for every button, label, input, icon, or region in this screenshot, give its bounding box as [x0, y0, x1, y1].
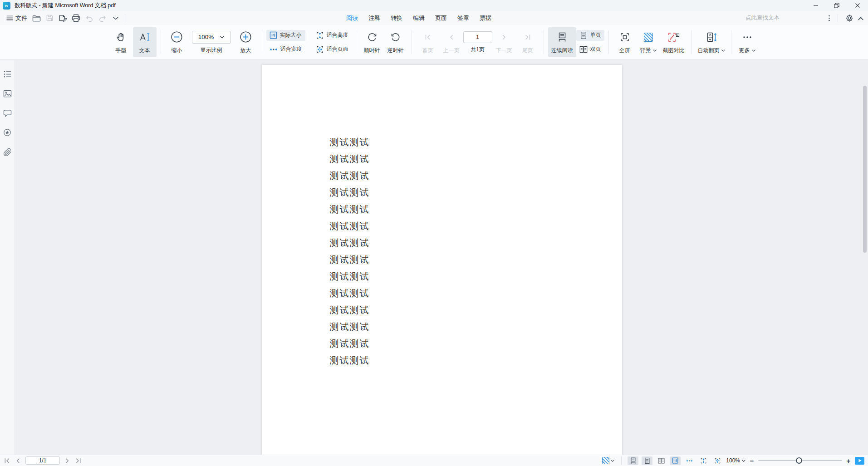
continuous-read-button[interactable]: 连续阅读 [548, 27, 576, 57]
thumbnail-panel-button[interactable] [1, 88, 13, 99]
divider [621, 456, 622, 465]
prev-page-button[interactable]: 上一页 [440, 27, 463, 57]
zoom-out-button[interactable]: − [749, 457, 755, 465]
save-as-button[interactable] [56, 12, 69, 24]
document-text-line: 测试测试 [330, 302, 370, 319]
statusbar-page-input[interactable] [25, 456, 60, 465]
last-page-button[interactable]: 尾页 [516, 27, 539, 57]
auto-scroll-play-button[interactable] [855, 457, 864, 465]
title-bar: ∞ 数科版式 - 新建 Microsoft Word 文档.pdf [0, 0, 868, 11]
minimize-icon [813, 3, 819, 8]
tab-page[interactable]: 页面 [435, 14, 447, 22]
outline-list-icon [3, 70, 12, 78]
rotate-counterclockwise-button[interactable]: 逆时针 [384, 27, 407, 57]
file-menu-button[interactable]: 文件 [4, 12, 30, 24]
minimize-button[interactable] [805, 0, 826, 11]
pdf-page[interactable]: 测试测试测试测试测试测试测试测试测试测试测试测试测试测试测试测试测试测试测试测试… [262, 65, 622, 455]
zoom-out-button[interactable]: 缩小 [165, 27, 189, 57]
zoom-percent-dropdown[interactable]: 100% [726, 457, 745, 464]
actual-size-label: 实际大小 [280, 31, 302, 39]
zoom-ratio-dropdown[interactable]: 100% [192, 31, 231, 44]
fit-width-label: 适合宽度 [280, 45, 302, 53]
open-file-button[interactable] [30, 12, 43, 24]
screenshot-compare-button[interactable]: 截图对比 [660, 27, 687, 57]
collapse-toolbar-icon[interactable] [858, 17, 863, 20]
restore-button[interactable] [826, 0, 847, 11]
stamp-panel-button[interactable] [1, 127, 13, 138]
tab-signature[interactable]: 签章 [457, 14, 469, 22]
continuous-read-button[interactable] [628, 456, 638, 465]
comments-panel-button[interactable] [1, 108, 13, 118]
menu-bar: 文件 阅读 注释 转换 编辑 页面 签章 票据 点此查找文本 [0, 11, 868, 25]
fit-page-button[interactable] [712, 456, 723, 465]
document-viewport[interactable]: 测试测试测试测试测试测试测试测试测试测试测试测试测试测试测试测试测试测试测试测试… [15, 60, 868, 455]
continuous-read-label: 连续阅读 [551, 47, 573, 54]
double-page-button[interactable]: 双页 [576, 44, 604, 55]
zoom-slider-thumb[interactable] [796, 457, 802, 464]
auto-flip-button[interactable]: 自动翻页 [696, 27, 727, 57]
next-page-button[interactable]: 下一页 [492, 27, 516, 57]
outline-panel-button[interactable] [1, 69, 13, 79]
play-icon [858, 458, 862, 463]
single-page-button[interactable]: 单页 [576, 30, 604, 41]
double-page-button[interactable] [656, 456, 667, 465]
single-page-button[interactable] [642, 456, 652, 465]
rotate-clockwise-button[interactable]: 顺时针 [360, 27, 384, 57]
background-button[interactable]: 背景 [637, 27, 660, 57]
fit-page-button[interactable]: 适合页面 [313, 44, 352, 55]
next-page-icon[interactable] [64, 457, 71, 464]
vertical-scrollbar[interactable] [863, 86, 867, 253]
fit-width-button[interactable] [684, 456, 695, 465]
redo-button[interactable] [96, 12, 109, 24]
last-page-icon[interactable] [75, 457, 82, 464]
undo-button[interactable] [83, 12, 96, 24]
document-text-line: 测试测试 [330, 319, 370, 335]
attachments-panel-button[interactable] [1, 147, 13, 157]
image-icon [3, 90, 12, 98]
actual-size-button[interactable]: 实际大小 [266, 30, 305, 41]
search-text-field[interactable]: 点此查找文本 [745, 14, 780, 22]
more-button[interactable]: 更多 [736, 27, 759, 57]
hand-tool-button[interactable]: 手型 [109, 27, 133, 57]
close-button[interactable] [847, 0, 868, 11]
print-icon [72, 14, 80, 22]
tab-read[interactable]: 阅读 [346, 14, 358, 22]
prev-page-icon [448, 34, 455, 41]
more-options-icon[interactable] [828, 15, 830, 22]
hand-tool-label: 手型 [116, 47, 127, 54]
redo-icon [98, 15, 107, 22]
zoom-out-icon [170, 30, 183, 44]
zoom-in-button[interactable]: 放大 [234, 27, 258, 57]
actual-size-button[interactable] [670, 456, 681, 465]
gear-icon[interactable] [845, 14, 853, 22]
fit-height-button[interactable] [698, 456, 709, 465]
rotate-clockwise-icon [367, 32, 378, 43]
zoom-percent-value: 100% [726, 457, 740, 464]
background-swatch-icon [602, 457, 609, 464]
zoom-in-button[interactable]: + [845, 457, 852, 465]
page-number-input[interactable] [463, 31, 492, 43]
save-button[interactable] [43, 12, 56, 24]
zoom-slider[interactable] [758, 457, 842, 464]
fit-width-icon [686, 457, 693, 464]
single-page-icon [644, 457, 651, 464]
tab-receipt[interactable]: 票据 [480, 14, 491, 22]
background-button[interactable] [601, 456, 615, 465]
document-text-line: 测试测试 [330, 268, 370, 285]
prev-page-icon[interactable] [15, 457, 21, 464]
first-page-icon[interactable] [4, 457, 10, 464]
text-select-button[interactable]: 文本 [133, 27, 157, 57]
first-page-button[interactable]: 首页 [416, 27, 440, 57]
tab-edit[interactable]: 编辑 [413, 14, 425, 22]
last-page-label: 尾页 [522, 47, 533, 54]
tab-convert[interactable]: 转换 [391, 14, 402, 22]
document-text-line: 测试测试 [330, 201, 370, 218]
fit-height-button[interactable]: 适合高度 [313, 30, 352, 41]
fullscreen-button[interactable]: 全屏 [613, 27, 637, 57]
continuous-read-icon [557, 32, 567, 42]
toolbar-expand-button[interactable] [109, 12, 122, 24]
tab-annotate[interactable]: 注释 [368, 14, 380, 22]
fit-width-button[interactable]: 适合宽度 [266, 44, 305, 55]
first-page-label: 首页 [422, 47, 433, 54]
print-button[interactable] [69, 12, 83, 24]
